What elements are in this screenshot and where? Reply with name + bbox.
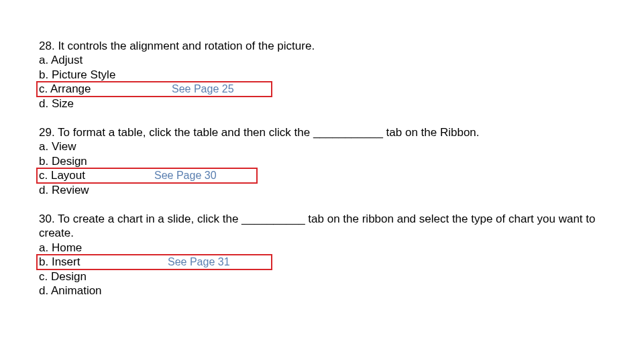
question-body: To format a table, click the table and t… [58,126,479,139]
option-b: b. Picture Style [39,68,604,82]
question-number: 30. [39,213,55,225]
question-body: To create a chart in a slide, click the … [39,213,595,239]
option-a: a. Home [39,241,604,255]
option-a: a. Adjust [39,53,604,67]
question-29: 29. To format a table, click the table a… [39,125,604,197]
option-a: a. View [39,139,604,154]
see-page-ref: See Page 30 [154,169,217,182]
question-number: 28. [39,40,55,52]
option-c: c. Arrange [39,82,604,96]
option-d: d. Size [39,97,604,111]
see-page-ref: See Page 31 [168,255,230,269]
question-body: It controls the alignment and rotation o… [58,40,315,52]
option-b: b. Insert [39,255,604,269]
question-text: 29. To format a table, click the table a… [39,125,604,139]
option-c: c. Design [39,269,604,284]
option-c: c. Layout [39,168,604,182]
question-text: 28. It controls the alignment and rotati… [39,39,604,53]
option-b: b. Design [39,154,604,168]
see-page-ref: See Page 25 [172,82,234,96]
question-30: 30. To create a chart in a slide, click … [39,212,604,298]
question-28: 28. It controls the alignment and rotati… [39,39,604,111]
question-number: 29. [39,126,55,139]
option-d: d. Animation [39,284,604,298]
question-text: 30. To create a chart in a slide, click … [39,212,604,241]
option-d: d. Review [39,183,604,197]
